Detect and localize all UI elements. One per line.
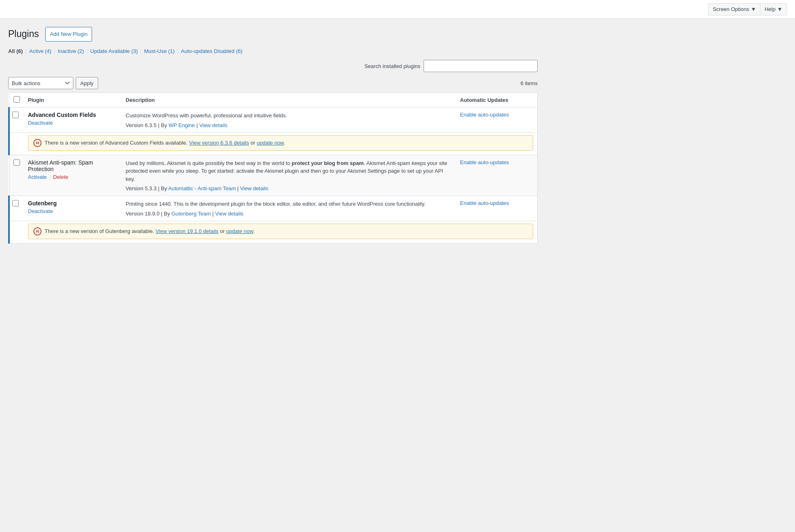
acf-view-version-link[interactable]: View version 6.3.6 details <box>189 140 249 146</box>
help-button[interactable]: Help ▼ <box>760 3 787 15</box>
bulk-actions-select[interactable]: Bulk actions Activate Deactivate Update … <box>8 77 73 89</box>
top-bar: Screen Options ▼ Help ▼ <box>0 0 795 19</box>
gutenberg-update-text: There is a new version of Gutenberg avai… <box>45 228 255 234</box>
search-label: Search installed plugins <box>365 63 420 69</box>
gutenberg-update-now-link[interactable]: update now <box>226 228 253 234</box>
screen-options-button[interactable]: Screen Options ▼ <box>708 3 760 15</box>
filter-inactive-link[interactable]: Inactive (2) <box>58 48 84 54</box>
search-bar: Search installed plugins <box>8 60 538 72</box>
acf-update-text: There is a new version of Advanced Custo… <box>45 140 285 146</box>
filter-active: Active (4) <box>29 48 52 54</box>
update-refresh-icon <box>33 227 42 235</box>
akismet-actions: Activate | Delete <box>28 174 118 180</box>
sep1: | <box>25 48 26 54</box>
gutenberg-name-cell: Gutenberg Deactivate <box>24 196 122 221</box>
gutenberg-meta: Version 18.9.0 | By Gutenberg Team | Vie… <box>126 211 452 217</box>
filter-all-count: (6) <box>16 48 23 54</box>
page-title: Plugins <box>8 28 39 40</box>
sep4: | <box>140 48 141 54</box>
filter-all: All (6) <box>8 48 23 54</box>
help-label: Help <box>764 6 775 12</box>
acf-checkbox-cell <box>9 108 24 133</box>
acf-description: Customize WordPress with powerful, profe… <box>126 112 452 120</box>
auto-updates-col-header: Automatic Updates <box>456 93 538 108</box>
gutenberg-view-version-link[interactable]: View version 19.1.0 details <box>156 228 218 234</box>
screen-options-label: Screen Options <box>713 6 749 12</box>
tablenav-top: Bulk actions Activate Deactivate Update … <box>8 77 538 89</box>
acf-view-details-link[interactable]: View details <box>199 122 227 128</box>
gutenberg-view-details-link[interactable]: View details <box>215 211 243 217</box>
filter-update-count: (3) <box>131 48 138 54</box>
acf-update-empty-check <box>9 132 24 155</box>
apply-button[interactable]: Apply <box>76 77 98 89</box>
page-header: Plugins Add New Plugin <box>8 27 538 42</box>
akismet-enable-autoupdates-link[interactable]: Enable auto-updates <box>460 159 509 165</box>
filter-auto-updates-disabled: Auto-updates Disabled (6) <box>181 48 242 54</box>
add-new-plugin-button[interactable]: Add New Plugin <box>45 27 92 42</box>
filter-inactive-count: (2) <box>77 48 84 54</box>
acf-desc-cell: Customize WordPress with powerful, profe… <box>122 108 456 133</box>
chevron-down-icon: ▼ <box>751 6 756 12</box>
plugin-row-gutenberg: Gutenberg Deactivate Printing since 1440… <box>9 196 538 221</box>
filter-must-use-link[interactable]: Must-Use (1) <box>144 48 175 54</box>
gutenberg-desc-cell: Printing since 1440. This is the develop… <box>122 196 456 221</box>
gutenberg-autoupdate-cell: Enable auto-updates <box>456 196 538 221</box>
akismet-delete-link[interactable]: Delete <box>53 174 68 180</box>
items-count: 6 items <box>520 80 538 86</box>
filter-links: All (6) | Active (4) | Inactive (2) | Up… <box>8 48 538 54</box>
akismet-author-link[interactable]: Automattic - Anti-spam Team <box>168 185 236 191</box>
akismet-sep: | <box>49 174 51 180</box>
akismet-bold-text: protect your blog from spam <box>292 160 364 166</box>
gutenberg-author-link[interactable]: Gutenberg Team <box>171 211 211 217</box>
update-icon <box>33 139 42 147</box>
gutenberg-name: Gutenberg <box>28 200 118 207</box>
filter-update-available-link[interactable]: Update Available (3) <box>90 48 138 54</box>
filter-inactive: Inactive (2) <box>58 48 84 54</box>
acf-actions: Deactivate <box>28 120 118 126</box>
akismet-name-cell: Akismet Anti-spam: Spam Protection Activ… <box>24 155 122 196</box>
plugins-table: Plugin Description Automatic Updates Adv… <box>8 92 538 244</box>
chevron-down-icon: ▼ <box>777 6 782 12</box>
gutenberg-update-notice: There is a new version of Gutenberg avai… <box>28 224 534 239</box>
acf-meta: Version 6.3.5 | By WP Engine | View deta… <box>126 122 452 128</box>
acf-autoupdate-cell: Enable auto-updates <box>456 108 538 133</box>
acf-name-cell: Advanced Custom Fields Deactivate <box>24 108 122 133</box>
gutenberg-description: Printing since 1440. This is the develop… <box>126 200 452 208</box>
akismet-autoupdate-cell: Enable auto-updates <box>456 155 538 196</box>
akismet-activate-link[interactable]: Activate <box>28 174 47 180</box>
search-input[interactable] <box>424 60 538 72</box>
akismet-view-details-link[interactable]: View details <box>240 185 268 191</box>
acf-name: Advanced Custom Fields <box>28 112 118 118</box>
filter-all-link[interactable]: All (6) <box>8 48 23 54</box>
acf-update-now-link[interactable]: update now <box>257 140 284 146</box>
gutenberg-actions: Deactivate <box>28 208 118 214</box>
akismet-name: Akismet Anti-spam: Spam Protection <box>28 159 118 172</box>
plugin-col-header: Plugin <box>24 93 122 108</box>
tablenav-left: Bulk actions Activate Deactivate Update … <box>8 77 98 89</box>
akismet-checkbox-cell <box>9 155 24 196</box>
sep3: | <box>86 48 88 54</box>
gutenberg-update-notice-cell: There is a new version of Gutenberg avai… <box>24 221 538 243</box>
plugin-row-akismet: Akismet Anti-spam: Spam Protection Activ… <box>9 155 538 196</box>
akismet-checkbox[interactable] <box>13 159 20 166</box>
sep5: | <box>177 48 178 54</box>
acf-update-notice: There is a new version of Advanced Custo… <box>28 135 534 151</box>
acf-update-notice-cell: There is a new version of Advanced Custo… <box>24 132 538 155</box>
acf-deactivate-link[interactable]: Deactivate <box>28 120 53 126</box>
plugin-row-acf-update: There is a new version of Advanced Custo… <box>9 132 538 155</box>
gutenberg-deactivate-link[interactable]: Deactivate <box>28 208 53 214</box>
acf-enable-autoupdates-link[interactable]: Enable auto-updates <box>460 112 509 118</box>
akismet-description: Used by millions, Akismet is quite possi… <box>126 159 452 183</box>
filter-active-link[interactable]: Active (4) <box>29 48 52 54</box>
acf-author-link[interactable]: WP Engine <box>169 122 195 128</box>
akismet-meta: Version 5.3.3 | By Automattic - Anti-spa… <box>126 185 452 191</box>
filter-auto-updates-count: (6) <box>236 48 242 54</box>
filter-update-available: Update Available (3) <box>90 48 138 54</box>
acf-checkbox[interactable] <box>12 112 19 118</box>
gutenberg-update-empty-check <box>9 221 24 243</box>
filter-auto-updates-disabled-link[interactable]: Auto-updates Disabled (6) <box>181 48 242 54</box>
gutenberg-checkbox[interactable] <box>12 200 19 207</box>
select-all-checkbox[interactable] <box>13 96 20 103</box>
gutenberg-enable-autoupdates-link[interactable]: Enable auto-updates <box>460 200 509 206</box>
main-content: Plugins Add New Plugin All (6) | Active … <box>0 19 546 252</box>
